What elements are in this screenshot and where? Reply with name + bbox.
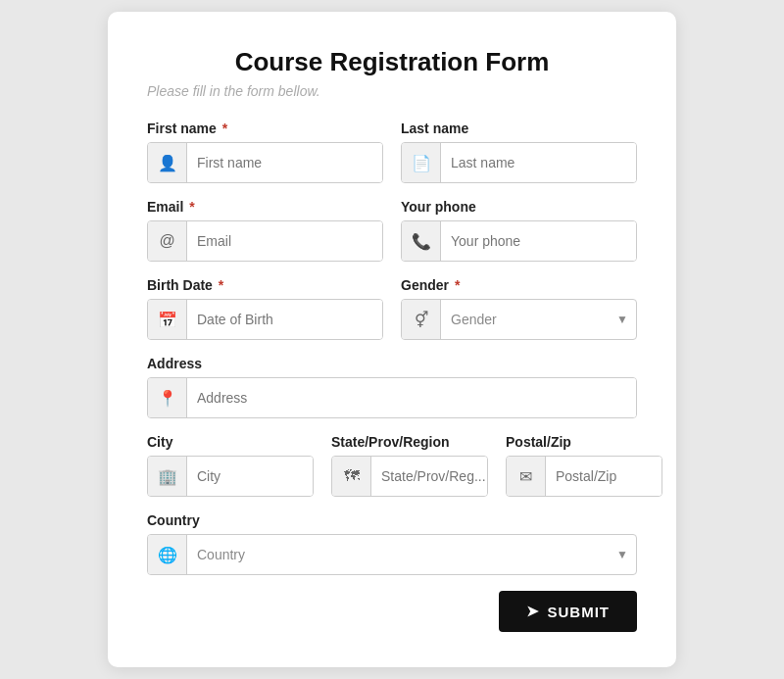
label-gender: Gender * [401,277,637,293]
at-icon: @ [148,221,187,261]
state-input[interactable] [371,457,488,496]
group-first-name: First name * 👤 [147,121,383,183]
label-country: Country [147,512,637,528]
chevron-down-icon-country: ▼ [616,548,628,561]
label-state: State/Prov/Region [331,434,488,450]
group-zip: Postal/Zip ✉ [506,434,662,497]
label-first-name: First name * [147,121,383,136]
label-address: Address [147,356,637,371]
phone-icon: 📞 [402,221,441,261]
group-email: Email * @ [147,199,383,262]
input-wrapper-zip: ✉ [506,456,662,497]
location-icon: 📍 [148,378,187,417]
label-last-name: Last name [401,121,637,136]
zip-input[interactable] [546,457,662,496]
group-city: City 🏢 [147,434,314,497]
phone-input[interactable] [441,221,636,261]
input-wrapper-email: @ [147,220,383,262]
city-input[interactable] [187,457,314,496]
input-wrapper-phone: 📞 [401,220,637,262]
form-title: Course Registration Form [147,47,637,77]
group-last-name: Last name 📄 [401,121,637,183]
birth-date-input[interactable] [187,300,382,339]
group-phone: Your phone 📞 [401,199,637,262]
input-wrapper-gender: ⚥ GenderMaleFemaleOther ▼ [401,299,637,340]
input-wrapper-address: 📍 [147,377,637,418]
id-icon: 📄 [402,143,441,182]
label-email: Email * [147,199,383,215]
row-address: Address 📍 [147,356,637,418]
calendar-icon: 📅 [148,300,187,339]
map-icon: 🗺 [332,457,371,496]
registration-card: Course Registration Form Please fill in … [108,12,676,667]
email-input[interactable] [187,221,382,261]
globe-icon: 🌐 [148,535,187,574]
row-birth-gender: Birth Date * 📅 Gender * ⚥ GenderMaleFema… [147,277,637,340]
required-star-email: * [185,199,194,215]
input-wrapper-country: 🌐 CountryUnited StatesCanadaUnited Kingd… [147,534,637,575]
row-country: Country 🌐 CountryUnited StatesCanadaUnit… [147,512,637,575]
label-zip: Postal/Zip [506,434,662,450]
group-state: State/Prov/Region 🗺 [331,434,488,497]
input-wrapper-first-name: 👤 [147,142,383,183]
label-city: City [147,434,314,450]
input-wrapper-last-name: 📄 [401,142,637,183]
building-icon: 🏢 [148,457,187,496]
last-name-input[interactable] [441,143,636,182]
input-wrapper-city: 🏢 [147,456,314,497]
required-star-birth: * [215,277,223,293]
group-address: Address 📍 [147,356,637,418]
form-subtitle: Please fill in the form bellow. [147,83,637,99]
required-star-first-name: * [219,121,227,136]
group-country: Country 🌐 CountryUnited StatesCanadaUnit… [147,512,637,575]
group-gender: Gender * ⚥ GenderMaleFemaleOther ▼ [401,277,637,340]
submit-row: ➤ SUBMIT [147,591,637,632]
group-birth-date: Birth Date * 📅 [147,277,383,340]
gender-select[interactable]: GenderMaleFemaleOther [441,300,616,339]
country-select[interactable]: CountryUnited StatesCanadaUnited Kingdom… [187,535,616,574]
input-wrapper-state: 🗺 [331,456,488,497]
input-wrapper-birth-date: 📅 [147,299,383,340]
chevron-down-icon: ▼ [616,313,628,326]
required-star-gender: * [451,277,460,293]
address-input[interactable] [187,378,636,417]
submit-button[interactable]: ➤ SUBMIT [499,591,638,632]
row-name: First name * 👤 Last name 📄 [147,121,637,183]
row-email-phone: Email * @ Your phone 📞 [147,199,637,262]
person-icon: 👤 [148,143,187,182]
first-name-input[interactable] [187,143,382,182]
submit-label: SUBMIT [548,604,611,620]
label-birth-date: Birth Date * [147,277,383,293]
gender-icon: ⚥ [402,300,441,339]
mail-icon: ✉ [507,457,546,496]
row-city-state-zip: City 🏢 State/Prov/Region 🗺 Postal/Zip ✉ [147,434,637,497]
send-icon: ➤ [526,603,540,620]
label-phone: Your phone [401,199,637,215]
